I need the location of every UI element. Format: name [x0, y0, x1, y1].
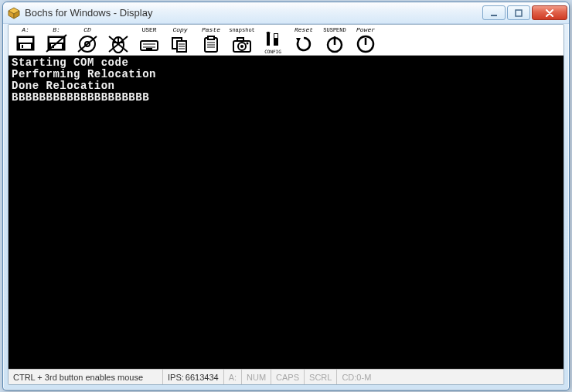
svg-rect-32: [208, 36, 214, 39]
toolbar-label: Paste: [202, 27, 220, 33]
svg-point-39: [240, 45, 243, 48]
window-title: Bochs for Windows - Display: [25, 7, 482, 19]
terminal-display: Starting COM code Performing Relocation …: [9, 56, 563, 369]
close-button[interactable]: [532, 5, 567, 20]
paste-icon: [200, 33, 222, 53]
svg-text:CONFIG: CONFIG: [264, 49, 281, 54]
suspend-button[interactable]: SUSPEND: [319, 26, 350, 55]
toolbar-label: Reset: [295, 27, 313, 33]
svg-rect-41: [267, 33, 270, 46]
config-icon: CONFIG: [262, 32, 284, 55]
mouse-icon: [107, 33, 129, 53]
floppy-icon: [15, 33, 36, 53]
power-icon: [355, 33, 376, 53]
status-cdrom: CD:0-M: [337, 370, 376, 384]
toolbar-label: Copy: [172, 27, 187, 33]
status-mouse-hint: CTRL + 3rd button enables mouse: [9, 370, 163, 384]
statusbar: CTRL + 3rd button enables mouse IPS: 661…: [9, 369, 563, 384]
toolbar-label: SUSPEND: [323, 27, 346, 33]
svg-rect-6: [19, 38, 32, 43]
toolbar-label: snapshot: [229, 27, 255, 33]
status-ips-value: 6613434: [186, 370, 224, 384]
paste-button[interactable]: Paste: [196, 26, 226, 55]
keyboard-icon: [138, 33, 160, 53]
reset-button[interactable]: Reset: [288, 26, 319, 55]
floppy-icon: [46, 33, 67, 53]
maximize-button[interactable]: [507, 5, 530, 20]
toolbar: A: B: CD: [9, 25, 563, 56]
window-controls: [482, 5, 567, 20]
svg-marker-42: [266, 32, 271, 33]
config-button[interactable]: CONFIG: [257, 26, 288, 55]
svg-point-40: [247, 43, 249, 45]
svg-marker-46: [296, 38, 301, 43]
mouse-capture-button[interactable]: [103, 26, 134, 55]
reset-icon: [293, 33, 315, 53]
status-numlock: NUM: [242, 370, 271, 384]
client-area: A: B: CD: [8, 24, 564, 385]
svg-rect-37: [237, 38, 243, 41]
svg-rect-44: [274, 34, 277, 38]
status-ips-label: IPS:: [163, 370, 186, 384]
svg-rect-25: [146, 48, 152, 49]
floppy-a-button[interactable]: A:: [10, 26, 41, 55]
minimize-button[interactable]: [482, 5, 506, 20]
toolbar-label: Power: [356, 27, 375, 33]
power-button[interactable]: Power: [350, 26, 381, 55]
toolbar-label: B:: [53, 27, 60, 33]
svg-rect-4: [516, 10, 522, 16]
snapshot-button[interactable]: snapshot: [226, 26, 257, 55]
camera-icon: [231, 33, 253, 53]
suspend-icon: [324, 33, 346, 53]
app-window: Bochs for Windows - Display A: B:: [2, 2, 570, 390]
toolbar-label: A:: [22, 27, 29, 33]
app-icon: [8, 7, 20, 19]
toolbar-label: CD: [83, 27, 91, 33]
copy-icon: [169, 33, 191, 53]
status-drive-a: A:: [224, 370, 242, 384]
floppy-b-button[interactable]: B:: [41, 26, 72, 55]
titlebar: Bochs for Windows - Display: [3, 2, 569, 24]
svg-rect-8: [22, 45, 23, 48]
copy-button[interactable]: Copy: [165, 26, 196, 55]
status-capslock: CAPS: [271, 370, 305, 384]
cdrom-button[interactable]: CD: [72, 26, 103, 55]
cd-icon: [77, 33, 98, 53]
status-scrolllock: SCRL: [305, 370, 337, 384]
toolbar-label: USER: [141, 27, 156, 33]
user-button[interactable]: USER: [134, 26, 165, 55]
svg-rect-3: [491, 15, 497, 16]
